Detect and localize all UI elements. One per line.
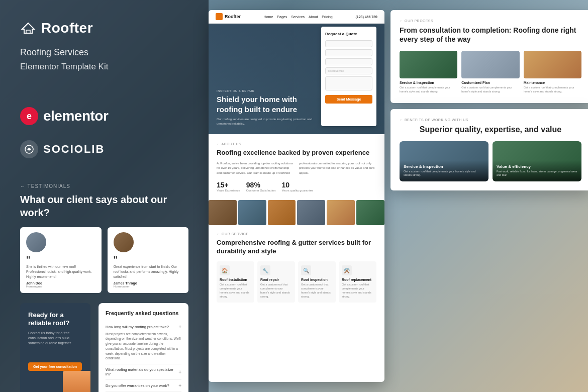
stat-2: 98% Customer Satisfaction [246,181,276,192]
nav-services[interactable]: Services [291,15,305,19]
quote-form: Request a Quote Select Service Send Mess… [321,27,376,126]
form-title: Request a Quote [325,32,372,36]
roof-icon [20,20,36,36]
about-content: At Roofter, we've been providing top-tie… [217,161,376,176]
benefit-card-2: Value & efficiency Fast work, reliable f… [493,141,581,181]
stat-number-3: 10 [282,181,314,189]
service-icon-3: 🔍 [301,265,311,275]
cta-title: Ready for a reliable roof? [28,311,82,328]
process-card-text-2: Get a custom roof that complements your … [461,86,519,93]
process-card-3: Maintenance Get a custom roof that compl… [524,51,581,93]
testimonial-text-2: Great experience from start to finish. O… [114,264,183,279]
gallery-img-6 [356,200,384,225]
benefit-desc-2: Fast work, reliable fixes, for leaks, st… [497,170,577,177]
sociolib-text: SOCIOLIB [43,143,105,156]
cta-worker-image [63,371,90,392]
service-desc-3: Get a custom roof that complements your … [301,283,333,299]
process-card-text-1: Get a custom roof that complements your … [400,86,457,93]
faq-question-3[interactable]: Do you offer warranties on your work? + [106,383,181,388]
process-img-2 [461,51,519,78]
service-name-1: Roof installation [220,278,251,281]
form-email-field[interactable] [325,49,372,56]
testimonials-section: ← Testimonials What our client says abou… [20,183,188,292]
form-service-select[interactable]: Select Service [325,67,372,74]
hero-label: Inspection & Repair [217,89,321,92]
service-name-4: Roof replacement [342,278,373,281]
benefit-title-2: Value & efficiency [497,164,577,169]
gallery-img-2 [238,200,266,225]
testimonial-role-2: Homeowner [114,285,183,288]
site-logo-icon [216,13,223,20]
about-label: ← About us [217,142,376,146]
process-cards: Service & Inspection Get a custom roof t… [400,51,581,93]
testimonial-card-1: " She is thrilled with our new roof! Pro… [20,227,102,292]
hero-content: Inspection & Repair Shield your home wit… [217,32,321,126]
testimonial-name-1: John Doe [26,281,95,285]
faq-item-1[interactable]: How long will my roofing project take? +… [106,321,181,365]
stat-1: 15+ Years Experience [217,181,240,192]
faq-question-2[interactable]: What roofing materials do you specialize… [106,367,181,376]
brand-subtitle1: Roofing Services [20,46,188,59]
quote-mark-1: " [26,255,95,264]
gallery-img-4 [297,200,325,225]
benefit-card-1: Service & Inspection Get a custom roof t… [400,141,488,181]
stat-label-2: Customer Satisfaction [246,189,276,192]
faq-answer-1: Most projects are completed within a wee… [106,330,181,361]
process-card-title-2: Customized Plan [461,81,519,84]
service-desc-2: Get a custom roof that complements your … [260,283,292,299]
benefit-overlay-2: Value & efficiency Fast work, reliable f… [493,160,581,181]
quote-mark-2: " [114,255,183,264]
testimonial-name-2: James Thrago [114,281,183,285]
testimonial-card-2: " Great experience from start to finish.… [108,227,189,292]
service-icon-2: 🔧 [260,265,270,275]
right-mockups: ← Our process From consultation to compl… [390,10,588,382]
services-section: ← Our Service Comprehensive roofing & gu… [209,225,384,310]
faq-item-3[interactable]: Do you offer warranties on your work? + [106,380,181,392]
elementor-badge: e elementor [20,107,188,125]
elementor-icon: e [20,107,38,125]
process-img-3 [524,51,581,78]
process-card-text-3: Get a custom roof that complements your … [524,86,581,93]
hero-title: Shield your home with roofing built to e… [217,94,321,114]
gallery-img-1 [209,200,237,225]
hero-description: Our roofing services are designed to pro… [217,117,321,126]
form-submit-button[interactable]: Send Message [325,95,372,104]
nav-pricing[interactable]: Pricing [322,15,332,19]
bottom-section: Ready for a reliable roof? Contact us to… [20,303,188,392]
nav-links: Home Pages Services About Pricing [264,15,333,19]
nav-about[interactable]: About [309,15,318,19]
service-card-1: 🏠 Roof installation Get a custom roof th… [217,261,254,303]
stat-3: 10 Years quality guarantee [282,181,314,192]
faq-expand-icon-1: + [178,324,181,330]
benefits-mockup: ← Benefits of working with us Superior q… [390,109,588,190]
service-card-4: ⚒️ Roof replacement Get a custom roof th… [339,261,376,303]
about-title: Roofing excellence backed by proven expe… [217,149,376,157]
stat-label-1: Years Experience [217,189,240,192]
cta-card: Ready for a reliable roof? Contact us to… [20,303,90,392]
cta-button[interactable]: Get your free consultation [28,362,82,371]
form-phone-field[interactable] [325,58,372,65]
service-name-3: Roof inspection [301,278,333,281]
process-mockup: ← Our process From consultation to compl… [390,10,588,103]
testimonial-cards: " She is thrilled with our new roof! Pro… [20,227,188,292]
nav-home[interactable]: Home [264,15,273,19]
form-message-textarea[interactable] [325,76,372,90]
faq-question-1[interactable]: How long will my roofing project take? + [106,324,181,330]
faq-item-2[interactable]: What roofing materials do you specialize… [106,364,181,380]
about-text-2: professionals committed to ensuring your… [299,161,376,176]
testimonial-avatar-1 [26,232,46,252]
service-card-3: 🔍 Roof inspection Get a custom roof that… [298,261,336,303]
process-card-2: Customized Plan Get a custom roof that c… [461,51,519,93]
process-card-title-1: Service & Inspection [400,81,457,84]
form-name-field[interactable] [325,40,372,47]
testimonials-title: What our client says about our work? [20,193,188,219]
sociolib-badge: SOCIOLIB [20,140,188,158]
nav-pages[interactable]: Pages [277,15,287,19]
faq-title: Frequently asked questions [106,310,181,316]
process-card-1: Service & Inspection Get a custom roof t… [400,51,457,93]
stat-number-1: 15+ [217,181,240,189]
brand-area: Roofter Roofing Services Elementor Templ… [20,20,188,72]
service-icon-4: ⚒️ [342,265,352,275]
nav-phone: (123) 456 789 [355,15,377,19]
benefits-cards: Service & Inspection Get a custom roof t… [400,141,581,181]
